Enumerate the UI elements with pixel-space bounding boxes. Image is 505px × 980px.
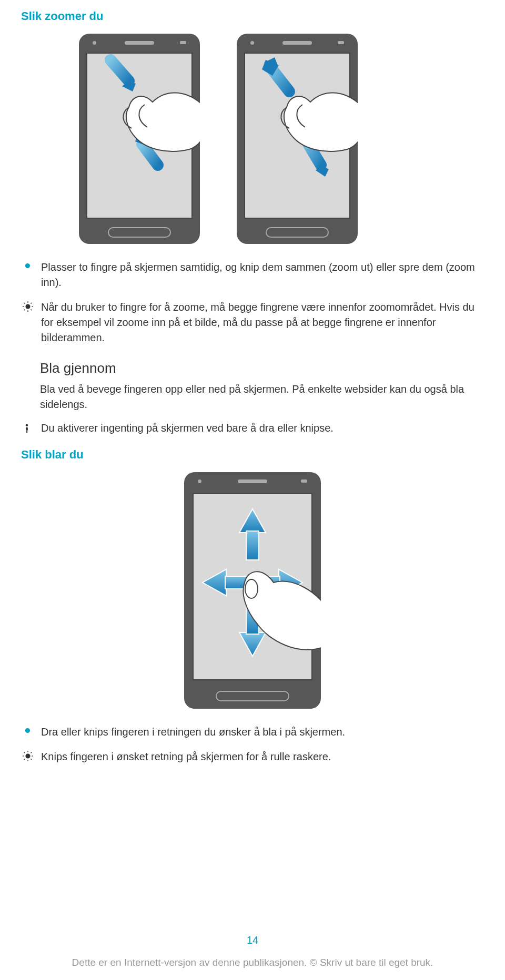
scroll-warning-row: Du aktiverer ingenting på skjermen ved b… [22, 421, 484, 438]
svg-line-33 [24, 759, 25, 760]
svg-line-10 [24, 303, 25, 304]
lightbulb-icon [22, 750, 34, 766]
zoom-illustration-row [79, 34, 484, 244]
svg-point-5 [25, 304, 30, 309]
scroll-instruction-bullet: Dra eller knips fingeren i retningen du … [25, 724, 484, 740]
svg-point-25 [245, 579, 258, 598]
pinch-out-gesture-icon [237, 34, 358, 244]
scroll-gesture-icon [184, 472, 321, 709]
svg-marker-17 [239, 509, 266, 533]
scroll-warning-text: Du aktiverer ingenting på skjermen ved b… [41, 421, 334, 438]
svg-marker-21 [203, 569, 226, 596]
bullet-icon [25, 728, 33, 740]
svg-point-14 [26, 424, 28, 427]
zoom-instruction-text: Plasser to fingre på skjermen samtidig, … [41, 260, 484, 290]
footer-text: Dette er en Internett-versjon av denne p… [0, 957, 505, 968]
scroll-tip-text: Knips fingeren i ønsket retning på skjer… [41, 749, 331, 766]
svg-line-11 [31, 310, 32, 311]
phone-scroll [184, 472, 321, 709]
svg-line-12 [24, 310, 25, 311]
svg-rect-18 [246, 531, 259, 560]
zoom-tip-text: Når du bruker to fingre for å zoome, må … [41, 300, 484, 345]
scroll-tip-row: Knips fingeren i ønsket retning på skjer… [22, 749, 484, 766]
page-number: 14 [0, 934, 505, 946]
heading-scroll-teal: Slik blar du [21, 448, 484, 462]
bullet-icon [25, 263, 33, 290]
phone-pinch-out [237, 34, 358, 244]
lightbulb-icon [22, 301, 34, 345]
svg-line-31 [24, 752, 25, 753]
zoom-instruction-bullet: Plasser to fingre på skjermen samtidig, … [25, 260, 484, 290]
scroll-instruction-text: Dra eller knips fingeren i retningen du … [41, 724, 345, 740]
svg-line-34 [31, 752, 32, 753]
exclamation-icon [22, 422, 34, 438]
svg-marker-19 [239, 632, 266, 656]
phone-pinch-in [79, 34, 200, 244]
heading-zoom: Slik zoomer du [21, 9, 484, 23]
pinch-in-gesture-icon [79, 34, 200, 244]
svg-rect-15 [26, 427, 28, 431]
zoom-tip-row: Når du bruker to fingre for å zoome, må … [22, 300, 484, 345]
svg-line-32 [31, 759, 32, 760]
scroll-body-text: Bla ved å bevege fingeren opp eller ned … [40, 382, 484, 412]
heading-scroll: Bla gjennom [40, 360, 484, 376]
svg-point-26 [25, 753, 30, 758]
svg-point-16 [26, 431, 28, 433]
scroll-illustration [21, 472, 484, 709]
svg-line-13 [31, 303, 32, 304]
